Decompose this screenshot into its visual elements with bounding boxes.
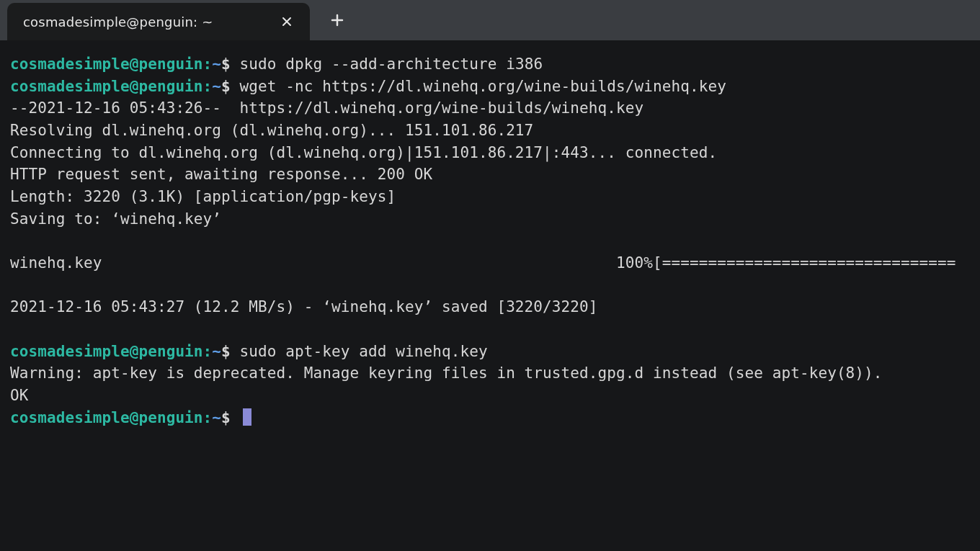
prompt-dollar: $	[221, 78, 231, 95]
command-text: wget -nc https://dl.winehq.org/wine-buil…	[231, 78, 726, 95]
prompt-user: cosmadesimple@penguin	[10, 55, 203, 73]
terminal-output-line	[10, 230, 970, 252]
terminal-output-line: HTTP request sent, awaiting response... …	[10, 163, 970, 186]
terminal-output-line: Length: 3220 (3.1K) [application/pgp-key…	[10, 186, 970, 208]
terminal-output-line: Connecting to dl.winehq.org (dl.winehq.o…	[10, 142, 970, 164]
prompt-path: ~	[212, 78, 221, 95]
terminal-output[interactable]: cosmadesimple@penguin:~$ sudo dpkg --add…	[0, 40, 980, 551]
terminal-output-line: winehq.key 100%[========================…	[10, 252, 970, 274]
terminal-prompt-line: cosmadesimple@penguin:~$ sudo apt-key ad…	[10, 341, 970, 363]
terminal-prompt-line: cosmadesimple@penguin:~$	[10, 407, 970, 429]
tab-title: cosmadesimple@penguin: ~	[23, 14, 226, 30]
close-icon[interactable]	[277, 12, 297, 32]
prompt-user: cosmadesimple@penguin	[10, 409, 203, 426]
command-text: sudo dpkg --add-architecture i386	[231, 55, 543, 73]
prompt-path: ~	[212, 343, 221, 360]
terminal-output-line: OK	[10, 385, 970, 407]
terminal-output-line: Warning: apt-key is deprecated. Manage k…	[10, 362, 970, 385]
prompt-dollar: $	[221, 409, 231, 426]
prompt-dollar: $	[221, 55, 231, 73]
prompt-user: cosmadesimple@penguin	[10, 78, 203, 95]
terminal-tab[interactable]: cosmadesimple@penguin: ~	[7, 3, 310, 40]
prompt-path: ~	[212, 55, 221, 73]
terminal-output-line: 2021-12-16 05:43:27 (12.2 MB/s) - ‘wineh…	[10, 296, 970, 318]
terminal-prompt-line: cosmadesimple@penguin:~$ sudo dpkg --add…	[10, 53, 970, 76]
terminal-output-line	[10, 274, 970, 297]
terminal-output-line: Resolving dl.winehq.org (dl.winehq.org).…	[10, 120, 970, 142]
new-tab-icon[interactable]	[327, 10, 347, 30]
cursor-block	[243, 408, 251, 426]
prompt-user: cosmadesimple@penguin	[10, 343, 203, 360]
terminal-output-line	[10, 318, 970, 341]
command-text: sudo apt-key add winehq.key	[231, 343, 488, 360]
prompt-dollar: $	[221, 343, 231, 360]
command-text	[231, 409, 240, 426]
title-bar: cosmadesimple@penguin: ~	[0, 0, 980, 40]
prompt-path: ~	[212, 409, 221, 426]
terminal-output-line: --2021-12-16 05:43:26-- https://dl.wineh…	[10, 97, 970, 120]
terminal-output-line: Saving to: ‘winehq.key’	[10, 208, 970, 230]
terminal-prompt-line: cosmadesimple@penguin:~$ wget -nc https:…	[10, 76, 970, 98]
